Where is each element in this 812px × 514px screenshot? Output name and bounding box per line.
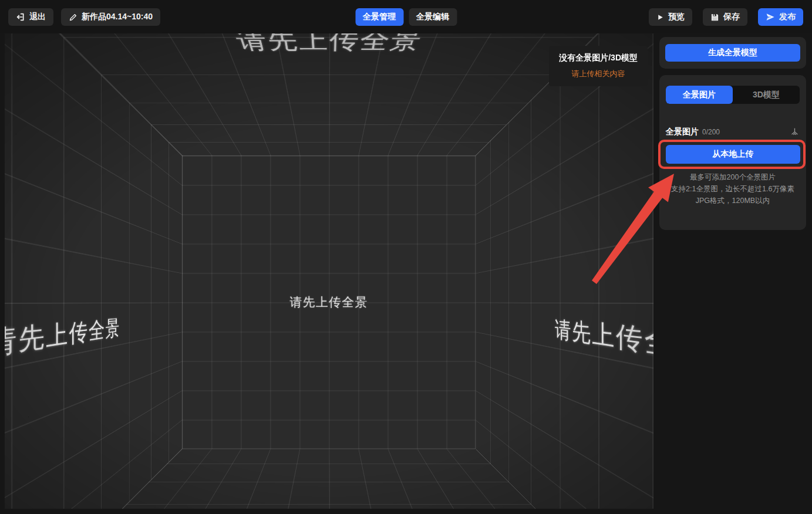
send-icon	[766, 12, 775, 22]
upload-hint-line: 最多可添加200个全景图片	[659, 171, 806, 183]
source-type-toggle: 全景图片 3D模型	[666, 86, 800, 104]
upload-hint-line: JPG格式，120MB以内	[659, 195, 806, 207]
upload-local-button[interactable]: 从本地上传	[666, 145, 800, 164]
save-button[interactable]: 保存	[703, 8, 747, 26]
exit-icon	[16, 12, 25, 22]
top-toolbar: 退出 新作品04.14~10:40 全景管理 全景编辑 预览	[0, 0, 812, 33]
empty-state-tooltip: 没有全景图片/3D模型 请上传相关内容	[549, 46, 648, 86]
tab-pano-image[interactable]: 全景图片	[666, 86, 733, 104]
tab-pano-manage[interactable]: 全景管理	[355, 8, 403, 26]
tooltip-subtitle: 请上传相关内容	[559, 69, 638, 79]
back-wall-face: 请先上传全景	[182, 155, 476, 449]
tab-3d-model[interactable]: 3D模型	[733, 86, 800, 104]
preview-button[interactable]: 预览	[649, 8, 692, 26]
generate-panel: 生成全景模型	[659, 37, 806, 69]
panorama-viewport[interactable]: 请先上传全景 请先上传全景 请先上传全景 请先上传全景 请先上传全景 没有全景图…	[5, 33, 653, 509]
preview-label: 预览	[668, 12, 685, 22]
project-name-button[interactable]: 新作品04.14~10:40	[61, 8, 160, 26]
wall-text-right: 请先上传全景	[555, 315, 653, 376]
generate-model-button[interactable]: 生成全景模型	[665, 44, 800, 62]
wall-text-back: 请先上传全景	[289, 294, 368, 310]
count-badge: 0/200	[702, 128, 790, 136]
publish-label: 发布	[779, 12, 796, 22]
exit-button[interactable]: 退出	[8, 8, 53, 26]
exit-label: 退出	[29, 12, 46, 22]
wall-text-left: 请先上传全景	[5, 315, 120, 367]
save-icon	[710, 13, 719, 22]
section-title: 全景图片	[666, 127, 699, 137]
project-name-label: 新作品04.14~10:40	[82, 12, 153, 22]
axis-gizmo-icon[interactable]	[790, 127, 800, 137]
save-label: 保存	[723, 12, 740, 22]
publish-button[interactable]: 发布	[758, 8, 803, 26]
upload-hints: 最多可添加200个全景图片 支持2:1全景图，边长不超过1.6万像素 JPG格式…	[659, 171, 806, 207]
upload-hint-line: 支持2:1全景图，边长不超过1.6万像素	[659, 183, 806, 195]
play-icon	[656, 13, 664, 21]
floor-face: 请先上传全景	[5, 449, 653, 509]
source-panel: 全景图片 3D模型 全景图片 0/200 从本地上传 最多可添加200个全景图片…	[659, 75, 806, 230]
pencil-icon	[69, 13, 78, 22]
wall-text-ceiling: 请先上传全景	[231, 33, 428, 56]
section-header: 全景图片 0/200	[666, 127, 800, 137]
tab-pano-edit[interactable]: 全景编辑	[409, 8, 457, 26]
tooltip-title: 没有全景图片/3D模型	[559, 53, 638, 63]
